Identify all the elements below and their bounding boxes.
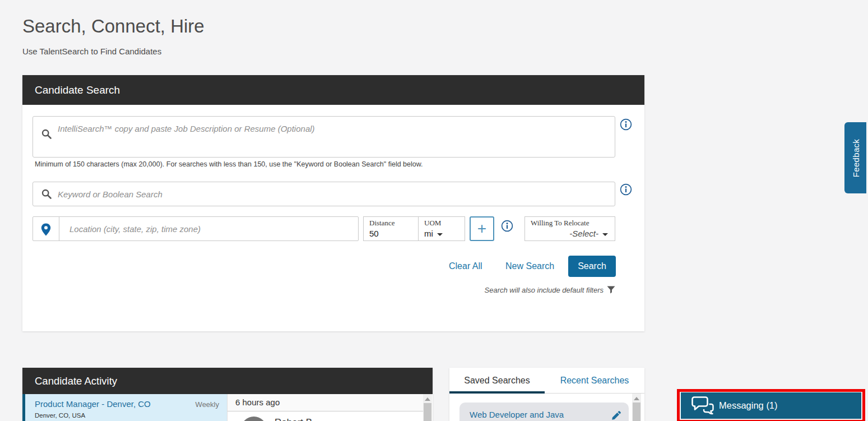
searches-panel: Saved Searches Recent Searches Web Devel… — [449, 368, 644, 421]
info-icon[interactable] — [501, 220, 513, 232]
feedback-tab[interactable]: Feedback — [844, 122, 866, 193]
candidate-name[interactable]: Robert B — [275, 417, 312, 421]
distance-input[interactable] — [369, 229, 409, 238]
candidate-activity-card: Candidate Activity Product Manager - Den… — [22, 368, 433, 421]
saved-search-activity-item[interactable]: Product Manager - Denver, CO Weekly Denv… — [22, 394, 227, 421]
saved-searches-scrollbar[interactable] — [632, 394, 641, 421]
new-search-button[interactable]: New Search — [505, 256, 554, 277]
uom-select[interactable]: UOM mi — [418, 216, 465, 241]
add-location-button[interactable]: + — [470, 216, 494, 241]
chevron-down-icon — [602, 233, 608, 236]
distance-label: Distance — [369, 219, 394, 228]
saved-search-name[interactable]: Web Developer and Java — [470, 410, 564, 419]
location-input[interactable] — [69, 217, 354, 240]
messaging-button[interactable]: Messaging (1) — [681, 392, 861, 419]
intellisearch-input[interactable] — [58, 117, 610, 157]
avatar — [241, 417, 267, 421]
candidate-search-header: Candidate Search — [22, 75, 644, 105]
activity-time-ago: 6 hours ago — [228, 394, 423, 411]
clear-all-button[interactable]: Clear All — [449, 256, 482, 277]
activity-timeline-panel: 6 hours ago Robert B — [227, 394, 423, 421]
feedback-tab-label: Feedback — [851, 138, 860, 177]
chat-bubbles-icon — [690, 395, 715, 417]
willing-to-relocate-select[interactable]: Willing To Relocate -Select- — [524, 216, 615, 241]
activity-scrollbar[interactable] — [423, 394, 432, 421]
location-field — [33, 216, 359, 241]
saved-search-item[interactable]: Web Developer and Java — [459, 403, 629, 421]
scrollbar-thumb[interactable] — [633, 403, 640, 421]
distance-field: Distance — [363, 216, 418, 241]
willing-to-relocate-value: -Select- — [569, 229, 598, 238]
filter-icon — [607, 286, 615, 294]
info-icon[interactable] — [620, 118, 632, 131]
scrollbar-thumb[interactable] — [424, 403, 431, 421]
intellisearch-field — [33, 116, 615, 158]
activity-item-frequency: Weekly — [196, 400, 219, 409]
activity-item-location: Denver, CO, USA — [35, 412, 85, 419]
uom-value: mi — [424, 229, 433, 238]
page-subtitle: Use TalentSearch to Find Candidates — [22, 47, 161, 56]
keyword-field — [33, 182, 615, 206]
intellisearch-helper-note: Minimum of 150 characters (max 20,000). … — [35, 160, 423, 168]
location-pin-icon — [33, 217, 59, 240]
messaging-label: Messaging (1) — [719, 392, 778, 419]
search-icon — [41, 129, 52, 141]
willing-to-relocate-label: Willing To Relocate — [531, 219, 589, 228]
default-filters-note: Search will also include default filters — [485, 286, 615, 294]
candidate-search-card: Candidate Search Minimum of 150 characte… — [22, 75, 644, 331]
tab-recent-searches[interactable]: Recent Searches — [545, 368, 644, 394]
activity-item-title[interactable]: Product Manager - Denver, CO — [35, 399, 151, 409]
scroll-up-arrow-icon[interactable] — [425, 397, 430, 401]
tab-saved-searches[interactable]: Saved Searches — [449, 368, 545, 394]
search-button[interactable]: Search — [568, 256, 616, 277]
active-tab-underline — [449, 391, 545, 394]
edit-pencil-icon[interactable] — [611, 411, 621, 420]
info-icon[interactable] — [620, 183, 632, 196]
keyword-input[interactable] — [58, 182, 610, 206]
candidate-activity-header: Candidate Activity — [22, 368, 433, 394]
chevron-down-icon — [437, 233, 443, 236]
search-icon — [41, 189, 52, 201]
scroll-up-arrow-icon[interactable] — [634, 397, 639, 400]
uom-label: UOM — [424, 219, 441, 228]
page-title: Search, Connect, Hire — [22, 16, 205, 37]
